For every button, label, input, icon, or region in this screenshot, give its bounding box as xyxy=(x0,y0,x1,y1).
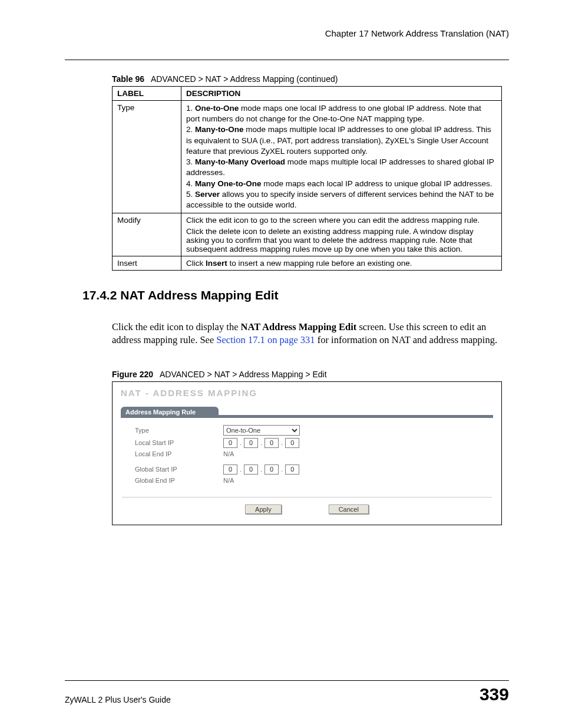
cancel-button[interactable]: Cancel xyxy=(329,505,369,514)
type-line5-bold: Server xyxy=(195,190,220,199)
figure-220-screenshot: NAT - ADDRESS MAPPING Address Mapping Ru… xyxy=(112,381,502,525)
table-row-modify-label: Modify xyxy=(113,213,181,256)
type-line3-bold: Many-to-Many Overload xyxy=(195,157,285,166)
type-line4-pre: 4. xyxy=(186,179,195,188)
local-start-ip-octet-4[interactable] xyxy=(285,438,299,448)
global-start-ip-octet-2[interactable] xyxy=(244,465,258,475)
figure-220-caption-label: Figure 220 xyxy=(112,370,153,379)
type-select[interactable]: One-to-One xyxy=(223,425,300,436)
table-row-insert: Insert Click Insert to insert a new mapp… xyxy=(113,256,502,271)
button-row: Apply Cancel xyxy=(121,505,493,514)
modify-p2: Click the delete icon to delete an exist… xyxy=(186,227,497,253)
type-line5-pre: 5. xyxy=(186,190,195,199)
label-global-start-ip: Global Start IP xyxy=(135,466,223,473)
header-rule xyxy=(65,60,509,60)
screenshot-title: NAT - ADDRESS MAPPING xyxy=(121,388,493,398)
type-line5-post: allows you to specify inside servers of … xyxy=(186,190,494,209)
table-96-caption: Table 96 ADVANCED > NAT > Address Mappin… xyxy=(112,74,509,84)
body-post: for information on NAT and address mappi… xyxy=(315,334,497,345)
address-mapping-rule-panel-header: Address Mapping Rule xyxy=(121,407,219,417)
table-96-col-label: LABEL xyxy=(113,87,181,101)
body-pre: Click the edit icon to display the xyxy=(112,321,241,332)
table-96-col-description: DESCRIPTION xyxy=(181,87,502,101)
global-start-ip-octet-3[interactable] xyxy=(265,465,279,475)
insert-post: to insert a new mapping rule before an e… xyxy=(227,259,412,268)
label-global-end-ip: Global End IP xyxy=(135,477,223,484)
type-line1-bold: One-to-One xyxy=(195,104,239,113)
table-96: LABEL DESCRIPTION Type 1. One-to-One mod… xyxy=(112,86,502,271)
panel-divider xyxy=(122,497,492,498)
insert-pre: Click xyxy=(186,259,206,268)
table-96-caption-text: ADVANCED > NAT > Address Mapping (contin… xyxy=(151,74,338,84)
form-row-global-end-ip: Global End IP N/A xyxy=(121,476,493,485)
type-line3-pre: 3. xyxy=(186,157,195,166)
form-row-global-start-ip: Global Start IP . . . xyxy=(121,463,493,476)
global-start-ip-octet-4[interactable] xyxy=(285,465,299,475)
local-start-ip-octet-2[interactable] xyxy=(244,438,258,448)
cross-reference-link[interactable]: Section 17.1 on page 331 xyxy=(216,334,315,345)
table-row-insert-label: Insert xyxy=(113,256,181,271)
local-start-ip-octet-3[interactable] xyxy=(265,438,279,448)
type-line2-bold: Many-to-One xyxy=(195,125,244,134)
figure-220-caption-text: ADVANCED > NAT > Address Mapping > Edit xyxy=(160,370,327,379)
table-row-modify-desc: Click the edit icon to go to the screen … xyxy=(181,213,502,256)
figure-220-caption: Figure 220 ADVANCED > NAT > Address Mapp… xyxy=(112,370,509,379)
table-row-type: Type 1. One-to-One mode maps one local I… xyxy=(113,101,502,213)
local-start-ip-octet-1[interactable] xyxy=(223,438,237,448)
footer-page-number: 339 xyxy=(480,684,509,704)
global-start-ip-octet-1[interactable] xyxy=(223,465,237,475)
table-row-modify: Modify Click the edit icon to go to the … xyxy=(113,213,502,256)
label-local-end-ip: Local End IP xyxy=(135,450,223,457)
form-row-local-end-ip: Local End IP N/A xyxy=(121,449,493,459)
chapter-header: Chapter 17 Network Address Translation (… xyxy=(65,28,509,43)
label-type: Type xyxy=(135,427,223,434)
form-row-local-start-ip: Local Start IP . . . xyxy=(121,437,493,449)
form-row-type: Type One-to-One xyxy=(121,424,493,437)
label-local-start-ip: Local Start IP xyxy=(135,439,223,446)
modify-p1: Click the edit icon to go to the screen … xyxy=(186,216,497,225)
table-row-type-label: Type xyxy=(113,101,181,213)
section-body-paragraph: Click the edit icon to display the NAT A… xyxy=(112,321,503,347)
type-line1-pre: 1. xyxy=(186,104,195,113)
local-end-ip-value: N/A xyxy=(223,450,234,457)
table-row-type-desc: 1. One-to-One mode maps one local IP add… xyxy=(181,101,502,213)
address-mapping-rule-panel: Type One-to-One Local Start IP . . . Loc… xyxy=(121,417,493,491)
body-bold: NAT Address Mapping Edit xyxy=(241,321,357,332)
global-end-ip-value: N/A xyxy=(223,477,234,484)
table-row-insert-desc: Click Insert to insert a new mapping rul… xyxy=(181,256,502,271)
type-line4-post: mode maps each local IP address to uniqu… xyxy=(262,179,492,188)
insert-bold: Insert xyxy=(206,259,227,268)
section-heading-17-4-2: 17.4.2 NAT Address Mapping Edit xyxy=(82,288,509,302)
footer-guide-name: ZyWALL 2 Plus User's Guide xyxy=(65,695,171,704)
page-footer: ZyWALL 2 Plus User's Guide 339 xyxy=(65,680,509,704)
type-line2-pre: 2. xyxy=(186,125,195,134)
type-line4-bold: Many One-to-One xyxy=(195,179,262,188)
apply-button[interactable]: Apply xyxy=(245,505,282,514)
table-96-caption-label: Table 96 xyxy=(112,74,144,84)
